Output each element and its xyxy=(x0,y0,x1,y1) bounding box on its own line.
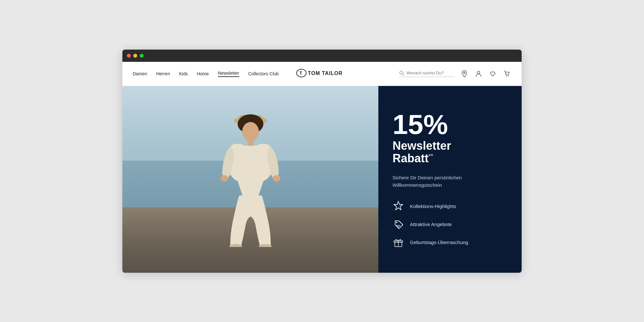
cart-icon xyxy=(504,70,510,77)
svg-text:TOM TAILOR: TOM TAILOR xyxy=(308,71,343,76)
feature-item-angebote: Attraktive Angebote xyxy=(393,218,507,230)
svg-point-15 xyxy=(273,175,280,182)
feature-label-geburtstag: Geburtstags-Überraschung xyxy=(410,240,468,245)
heart-icon xyxy=(489,71,496,77)
close-dot[interactable] xyxy=(127,54,131,58)
star-icon xyxy=(393,200,404,212)
hero-image xyxy=(122,86,378,273)
svg-point-7 xyxy=(506,75,507,76)
svg-point-5 xyxy=(464,72,465,73)
feature-label-angebote: Attraktive Angebote xyxy=(410,222,452,227)
feature-label-kollektions: Kollektions-Highlights xyxy=(410,204,456,209)
account-icon xyxy=(475,70,482,77)
nav-home[interactable]: Home xyxy=(197,71,209,76)
nav-links: Damen Herren Kids Home Newsletter Collec… xyxy=(133,71,279,77)
hero-section: 15% Newsletter Rabatt** Sichere Dir Dein… xyxy=(122,86,522,273)
feature-item-kollektions: Kollektions-Highlights xyxy=(393,200,507,212)
nav-kids[interactable]: Kids xyxy=(179,71,188,76)
discount-sup: ** xyxy=(429,153,433,159)
navbar: Damen Herren Kids Home Newsletter Collec… xyxy=(122,62,522,86)
search-icon xyxy=(399,71,404,76)
gift-icon xyxy=(393,236,404,248)
browser-chrome xyxy=(122,50,522,62)
svg-line-4 xyxy=(403,74,404,75)
svg-point-8 xyxy=(508,75,509,76)
promo-subtitle: Sichere Dir Deinen persönlichen Willkomm… xyxy=(393,174,486,189)
tag-icon xyxy=(393,218,404,230)
model-svg xyxy=(209,109,292,247)
svg-text:T: T xyxy=(299,71,302,76)
svg-marker-18 xyxy=(394,201,403,210)
feature-item-geburtstag: Geburtstags-Überraschung xyxy=(393,236,507,248)
svg-point-3 xyxy=(400,71,403,74)
location-icon xyxy=(461,70,468,77)
promo-panel: 15% Newsletter Rabatt** Sichere Dir Dein… xyxy=(378,86,522,273)
svg-point-6 xyxy=(477,71,480,74)
feature-list: Kollektions-Highlights Attraktive Angebo… xyxy=(393,200,507,248)
search-box[interactable] xyxy=(399,71,455,77)
discount-number: 15% xyxy=(393,110,507,138)
svg-point-12 xyxy=(242,122,259,141)
svg-point-14 xyxy=(221,175,228,182)
wishlist-button[interactable] xyxy=(488,69,497,78)
nav-collectors-club[interactable]: Collectors Club xyxy=(248,71,279,76)
discount-title-line1: Newsletter xyxy=(393,139,451,152)
discount-title: Newsletter Rabatt** xyxy=(393,139,507,165)
nav-newsletter[interactable]: Newsletter xyxy=(218,71,239,77)
location-button[interactable] xyxy=(460,69,469,79)
browser-window: Damen Herren Kids Home Newsletter Collec… xyxy=(122,50,522,273)
nav-actions xyxy=(399,69,511,79)
tom-tailor-logo: T TOM TAILOR xyxy=(296,68,348,78)
account-button[interactable] xyxy=(474,69,483,79)
fullscreen-dot[interactable] xyxy=(140,54,144,58)
discount-title-line2: Rabatt xyxy=(393,152,429,165)
cart-button[interactable] xyxy=(502,69,511,79)
logo[interactable]: T TOM TAILOR xyxy=(296,68,348,80)
svg-point-19 xyxy=(396,222,397,223)
svg-rect-13 xyxy=(248,139,253,146)
nav-damen[interactable]: Damen xyxy=(133,71,147,76)
nav-herren[interactable]: Herren xyxy=(156,71,170,76)
model-figure xyxy=(209,109,292,247)
minimize-dot[interactable] xyxy=(133,54,137,58)
search-input[interactable] xyxy=(406,71,455,75)
